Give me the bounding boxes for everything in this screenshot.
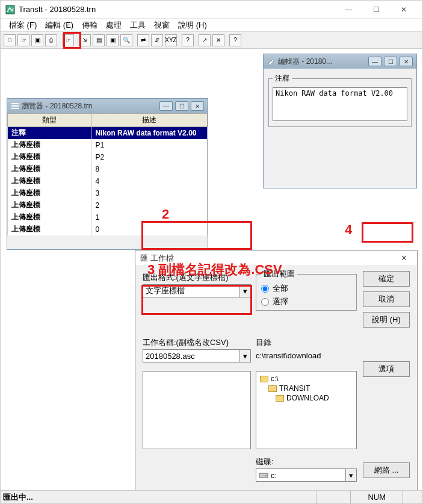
toolbar-button-12[interactable]: ⇄ [137, 34, 149, 46]
list-icon [11, 102, 19, 110]
toolbar-button-8[interactable]: ▤ [93, 34, 105, 46]
main-window: TransIt - 20180528.trn — ☐ ✕ 檔案 (F) 編輯 (… [0, 0, 423, 504]
disk-combo[interactable]: c: ▾ [256, 468, 357, 482]
toolbar-button-0[interactable]: □ [4, 34, 16, 46]
toolbar-button-13[interactable]: ⇵ [151, 34, 163, 46]
table-row[interactable]: 上傳座標P2 [8, 151, 208, 163]
status-empty2 [403, 491, 422, 503]
tree-root[interactable]: c:\ [259, 374, 354, 384]
dir-value: c:\transit\download [256, 349, 357, 362]
disk-value: c: [271, 471, 277, 480]
cell-desc: 2 [91, 199, 208, 211]
toolbar-button-10[interactable]: 🔍 [120, 34, 132, 46]
range-all[interactable]: 全部 [261, 283, 351, 294]
folder-tree[interactable]: c:\ TRANSIT DOWNLOAD [256, 371, 357, 449]
toolbar-button-9[interactable]: ▣ [107, 34, 119, 46]
format-label: 匯出格式:(選文字座標檔) [143, 272, 251, 283]
editor-titlebar: 編輯器 - 20180... — ☐ ✕ [264, 54, 416, 69]
cell-type: 上傳座標 [8, 199, 91, 211]
toolbar-button-5[interactable]: ☞ [62, 34, 74, 46]
status-text: 匯出中... [1, 492, 316, 503]
pencil-icon [267, 57, 276, 66]
export-dialog: 匯 工作檔 ✕ 匯出格式:(選文字座標檔) 文字座標檔 ▾ 匯出範圍 [135, 250, 418, 503]
menu-transfer[interactable]: 傳輸 [78, 19, 101, 32]
toolbar-button-3[interactable]: ⎙ [45, 34, 57, 46]
editor-maximize[interactable]: ☐ [384, 57, 397, 66]
browser-title: 瀏覽器 - 20180528.trn [22, 101, 159, 111]
toolbar: □☞▣⎙☞⇲▤▣🔍⇄⇵XYZ?↗✕? [1, 32, 422, 49]
tree-item[interactable]: TRANSIT [259, 384, 354, 393]
toolbar-button-21[interactable]: ? [229, 34, 241, 46]
file-listbox[interactable] [143, 371, 251, 449]
table-row[interactable]: 上傳座標3 [8, 187, 208, 199]
menu-help[interactable]: 說明 (H) [174, 19, 211, 32]
table-row[interactable]: 上傳座標4 [8, 175, 208, 187]
cell-desc: 1 [91, 211, 208, 223]
minimize-button[interactable]: — [335, 1, 362, 19]
browser-maximize[interactable]: ☐ [175, 101, 188, 111]
menu-tools[interactable]: 工具 [126, 19, 149, 32]
range-selection[interactable]: 選擇 [261, 296, 351, 307]
dialog-close[interactable]: ✕ [395, 252, 412, 265]
table-row[interactable]: 上傳座標8 [8, 163, 208, 175]
window-title: TransIt - 20180528.trn [19, 5, 335, 14]
table-row[interactable]: 注釋Nikon RAW data format V2.00 [8, 127, 208, 139]
name-combo[interactable]: 20180528.asc ▾ [143, 349, 251, 362]
format-combo[interactable]: 文字座標檔 ▾ [143, 284, 251, 297]
toolbar-button-7[interactable]: ⇲ [79, 34, 91, 46]
toolbar-button-2[interactable]: ▣ [31, 34, 43, 46]
editor-minimize[interactable]: — [368, 57, 381, 66]
disk-label: 磁碟: [256, 456, 357, 467]
browser-minimize[interactable]: — [159, 101, 173, 111]
browser-table[interactable]: 類型 描述 注釋Nikon RAW data format V2.00上傳座標P… [7, 113, 208, 235]
folder-open-icon [260, 376, 268, 382]
col-type[interactable]: 類型 [8, 114, 91, 127]
dir-label: 目錄 [256, 337, 357, 348]
svg-rect-1 [11, 103, 19, 104]
editor-textarea[interactable] [273, 87, 407, 121]
cell-type: 上傳座標 [8, 175, 91, 187]
drive-icon [259, 471, 268, 479]
editor-close[interactable]: ✕ [400, 57, 413, 66]
chevron-down-icon: ▾ [239, 350, 250, 362]
editor-title: 編輯器 - 20180... [278, 57, 368, 67]
toolbar-button-19[interactable]: ✕ [212, 34, 224, 46]
toolbar-button-18[interactable]: ↗ [199, 34, 211, 46]
maximize-button[interactable]: ☐ [362, 1, 390, 19]
range-all-radio[interactable] [261, 285, 269, 293]
toolbar-button-14[interactable]: XYZ [165, 34, 177, 46]
menu-file[interactable]: 檔案 (F) [5, 19, 40, 32]
dialog-titlebar: 匯 工作檔 ✕ [135, 250, 417, 266]
dialog-title: 匯 工作檔 [140, 253, 395, 264]
cell-desc: 0 [91, 223, 208, 235]
cell-type: 上傳座標 [8, 139, 91, 151]
help-button[interactable]: 說明 (H) [363, 312, 410, 328]
options-button[interactable]: 選項 [363, 361, 410, 377]
chevron-down-icon: ▾ [345, 469, 356, 481]
chevron-down-icon: ▾ [239, 285, 250, 297]
toolbar-button-1[interactable]: ☞ [17, 34, 29, 46]
cell-desc: 4 [91, 175, 208, 187]
table-row[interactable]: 上傳座標0 [8, 223, 208, 235]
browser-window: 瀏覽器 - 20180528.trn — ☐ ✕ 類型 描述 注釋Nikon R… [7, 98, 208, 250]
close-button[interactable]: ✕ [390, 1, 418, 19]
table-row[interactable]: 上傳座標P1 [8, 139, 208, 151]
menu-process[interactable]: 處理 [102, 19, 125, 32]
ok-button[interactable]: 確定 [363, 271, 410, 287]
cell-type: 上傳座標 [8, 187, 91, 199]
editor-window: 編輯器 - 20180... — ☐ ✕ 注釋 [263, 54, 417, 188]
cancel-button[interactable]: 取消 [363, 291, 410, 307]
range-fieldset: 匯出範圍 全部 選擇 [256, 269, 357, 311]
network-button[interactable]: 網路 ... [363, 462, 410, 478]
range-sel-radio[interactable] [261, 298, 269, 306]
menu-view[interactable]: 視窗 [150, 19, 173, 32]
browser-close[interactable]: ✕ [191, 101, 204, 111]
table-row[interactable]: 上傳座標1 [8, 211, 208, 223]
col-desc[interactable]: 描述 [91, 114, 208, 127]
app-icon [5, 5, 15, 14]
tree-item[interactable]: DOWNLOAD [259, 393, 354, 403]
menu-edit[interactable]: 編輯 (E) [42, 19, 77, 32]
table-row[interactable]: 上傳座標2 [8, 199, 208, 211]
status-num: NUM [350, 491, 403, 503]
toolbar-button-16[interactable]: ? [182, 34, 194, 46]
